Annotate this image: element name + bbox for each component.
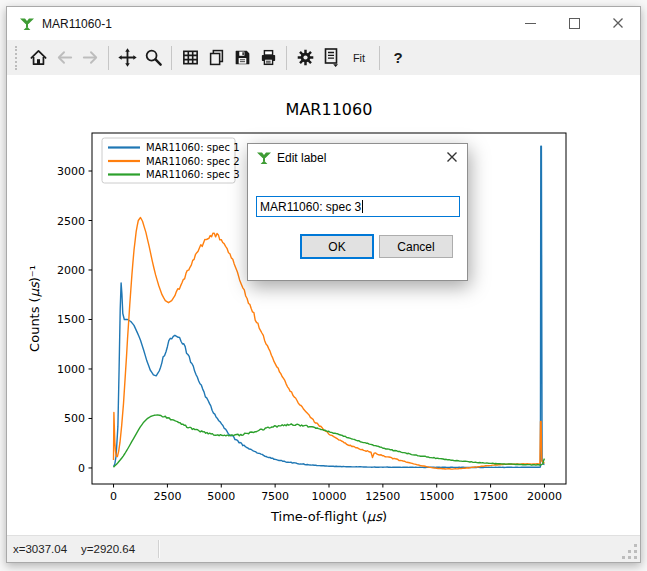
script-icon	[321, 47, 341, 68]
fit-label: Fit	[353, 52, 365, 64]
toolbar-help-button[interactable]: ?	[385, 44, 411, 72]
y-axis-label: Counts (μs)⁻¹	[27, 265, 42, 352]
help-label: ?	[393, 49, 402, 66]
close-icon	[446, 149, 458, 167]
maximize-button[interactable]	[552, 7, 596, 40]
toolbar-print-button[interactable]	[255, 44, 281, 72]
resize-grip[interactable]	[622, 544, 637, 559]
toolbar-pan-button[interactable]	[114, 44, 140, 72]
legend-label-3: MAR11060: spec 3	[146, 169, 240, 180]
toolbar-separator	[379, 46, 380, 70]
svg-text:2000: 2000	[57, 264, 85, 277]
text-caret	[362, 200, 363, 213]
gear-icon	[296, 48, 315, 67]
statusbar-separator	[158, 540, 160, 558]
print-icon	[259, 48, 278, 67]
mantid-logo-icon	[19, 16, 35, 32]
svg-text:10000: 10000	[312, 490, 347, 503]
legend-label-1: MAR11060: spec 1	[146, 142, 240, 153]
status-bar: x=3037.04 y=2920.64	[7, 535, 640, 562]
copy-icon	[207, 48, 226, 67]
svg-text:1000: 1000	[57, 363, 85, 376]
svg-text:17500: 17500	[473, 490, 508, 503]
arrow-right-icon	[81, 48, 100, 67]
y-axis: 050010001500200025003000	[57, 165, 92, 475]
label-text-value: MAR11060: spec 3	[260, 200, 361, 214]
ok-button[interactable]: OK	[300, 234, 374, 259]
plot-toolbar: Fit?	[7, 40, 640, 75]
maximize-icon	[569, 18, 580, 29]
svg-text:3000: 3000	[57, 165, 85, 178]
close-button[interactable]	[596, 7, 640, 40]
cursor-y-readout: y=2920.64	[81, 543, 135, 555]
series-line-3[interactable]	[114, 415, 545, 467]
toolbar-drag-handle[interactable]	[15, 46, 17, 70]
minimize-icon	[525, 23, 536, 24]
toolbar-copy-button[interactable]	[203, 44, 229, 72]
close-icon	[612, 15, 624, 33]
toolbar-home-button[interactable]	[25, 44, 51, 72]
plot-window: MAR11060-1 Fit? MAR110600250050007500100…	[6, 6, 641, 563]
window-controls	[508, 7, 640, 40]
mantid-logo-icon	[256, 150, 271, 165]
toolbar-back-button	[51, 44, 77, 72]
svg-text:2500: 2500	[57, 215, 85, 228]
grid-icon	[181, 48, 200, 67]
svg-text:15000: 15000	[419, 490, 454, 503]
toolbar-zoom-button[interactable]	[140, 44, 166, 72]
dialog-title: Edit label	[277, 151, 326, 165]
x-axis: 02500500075001000012500150001750020000	[110, 484, 562, 503]
toolbar-generate-script-button[interactable]	[318, 44, 344, 72]
arrow-left-icon	[55, 48, 74, 67]
svg-text:500: 500	[64, 412, 85, 425]
svg-text:12500: 12500	[365, 490, 400, 503]
toolbar-forward-button	[77, 44, 103, 72]
toolbar-save-button[interactable]	[229, 44, 255, 72]
svg-text:0: 0	[110, 490, 117, 503]
minimize-button[interactable]	[508, 7, 552, 40]
svg-text:20000: 20000	[527, 490, 562, 503]
plot-title: MAR11060	[286, 100, 373, 119]
toolbar-separator	[286, 46, 287, 70]
cancel-button[interactable]: Cancel	[379, 235, 453, 258]
svg-text:1500: 1500	[57, 313, 85, 326]
toolbar-separator	[108, 46, 109, 70]
title-bar[interactable]: MAR11060-1	[7, 7, 640, 40]
legend-label-2: MAR11060: spec 2	[146, 156, 240, 167]
toolbar-separator	[171, 46, 172, 70]
edit-label-dialog: Edit label MAR11060: spec 3 OK Cancel	[247, 143, 468, 281]
cursor-x-readout: x=3037.04	[13, 543, 67, 555]
toolbar-customize-button[interactable]	[292, 44, 318, 72]
x-axis-label: Time-of-flight (μs)	[270, 509, 387, 524]
toolbar-fit-button[interactable]: Fit	[344, 44, 374, 72]
dialog-title-bar[interactable]: Edit label	[248, 144, 467, 171]
svg-text:0: 0	[78, 462, 85, 475]
window-title: MAR11060-1	[42, 17, 112, 31]
toolbar-grid-button[interactable]	[177, 44, 203, 72]
label-text-input[interactable]: MAR11060: spec 3	[256, 196, 460, 217]
svg-text:5000: 5000	[207, 490, 235, 503]
save-icon	[233, 48, 252, 67]
svg-text:MAR11060: MAR11060	[286, 100, 373, 119]
pan-icon	[118, 48, 137, 67]
zoom-icon	[144, 48, 163, 67]
svg-text:2500: 2500	[153, 490, 181, 503]
plot-legend[interactable]: MAR11060: spec 1MAR11060: spec 2MAR11060…	[102, 138, 240, 183]
home-icon	[29, 48, 48, 67]
dialog-close-button[interactable]	[437, 144, 467, 171]
svg-text:7500: 7500	[261, 490, 289, 503]
